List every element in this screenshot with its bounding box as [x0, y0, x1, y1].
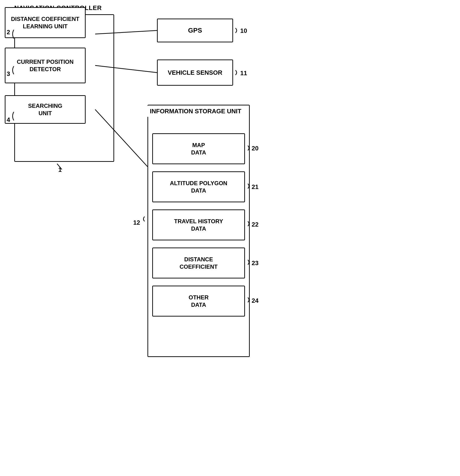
gps-box: GPS [157, 18, 233, 42]
ref-nav-controller: 1 [58, 166, 62, 173]
map-data-label: MAP DATA [191, 141, 206, 156]
distance-coefficient-label: DISTANCE COEFFICIENT [180, 256, 218, 270]
map-data-box: MAP DATA [152, 133, 245, 164]
info-storage-label: INFORMATION STORAGE UNIT [147, 106, 244, 117]
travel-history-label: TRAVEL HISTORY DATA [174, 218, 223, 232]
vehicle-sensor-label: VEHICLE SENSOR [168, 69, 222, 76]
ref-other-data: 24 [252, 297, 259, 304]
dist-coeff-learn-label: DISTANCE COEFFICIENT LEARNING UNIT [11, 15, 79, 30]
ref-current-position: 3 [7, 70, 10, 77]
dist-coeff-learn-box: DISTANCE COEFFICIENT LEARNING UNIT [5, 7, 86, 38]
ref-map-data: 20 [252, 145, 259, 152]
ref-travel-history: 22 [252, 221, 259, 228]
other-data-label: OTHER DATA [189, 294, 209, 308]
ref-altitude-polygon: 21 [252, 183, 259, 191]
altitude-polygon-label: ALTITUDE POLYGON DATA [170, 179, 227, 194]
ref-dist-coeff-learn: 2 [7, 29, 10, 36]
vehicle-sensor-box: VEHICLE SENSOR [157, 60, 233, 86]
ref-distance-coefficient: 23 [252, 259, 259, 267]
searching-unit-box: SEARCHING UNIT [5, 95, 86, 124]
ref-searching-unit: 4 [7, 116, 10, 124]
current-position-label: CURRENT POSITION DETECTOR [17, 58, 74, 73]
current-position-box: CURRENT POSITION DETECTOR [5, 48, 86, 83]
ref-gps: 10 [240, 27, 247, 34]
ref-vehicle-sensor: 11 [240, 69, 247, 77]
altitude-polygon-box: ALTITUDE POLYGON DATA [152, 171, 245, 202]
travel-history-box: TRAVEL HISTORY DATA [152, 209, 245, 240]
ref-info-storage: 12 [133, 219, 140, 226]
gps-label: GPS [188, 27, 202, 34]
searching-unit-label: SEARCHING UNIT [28, 102, 62, 117]
distance-coefficient-box: DISTANCE COEFFICIENT [152, 247, 245, 279]
other-data-box: OTHER DATA [152, 286, 245, 316]
